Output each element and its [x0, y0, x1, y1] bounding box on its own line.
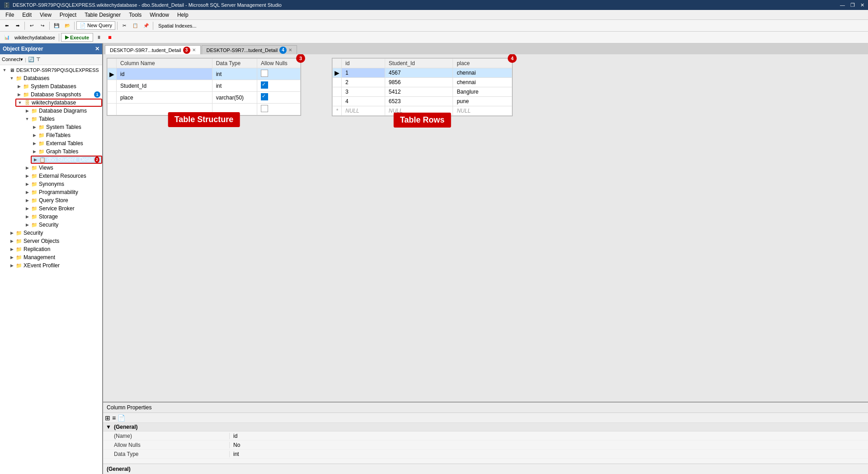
tab-1[interactable]: DESKTOP-S9R7...tudent_Detail 3 ✕ — [105, 45, 201, 54]
row4-id[interactable]: 4 — [342, 97, 385, 106]
null-checkbox-sid[interactable] — [261, 81, 268, 89]
oe-close-btn[interactable]: ✕ — [95, 46, 99, 52]
data-row-2[interactable]: 2 9856 chennai — [333, 78, 512, 87]
menu-table-designer[interactable]: Table Designer — [81, 11, 124, 19]
tab2-close-btn[interactable]: ✕ — [288, 47, 292, 52]
col-props-sort-alpha-btn[interactable]: ⊞ — [105, 414, 110, 422]
tree-student-detail[interactable]: ▶ 📋 dbo.Student_Detail 2 — [31, 156, 102, 164]
col-name-place[interactable]: place — [117, 92, 212, 104]
row3-sid[interactable]: 5412 — [385, 87, 453, 97]
tree-tables[interactable]: ▼ 📁 Tables — [0, 115, 102, 123]
tree-databases[interactable]: ▼ 📁 Databases — [0, 74, 102, 82]
general-section-header[interactable]: ▼ (General) — [103, 423, 868, 431]
tree-synonyms[interactable]: ▶ 📁 Synonyms — [0, 180, 102, 188]
tab1-close-btn[interactable]: ✕ — [192, 47, 196, 52]
oe-header: Object Explorer ✕ — [0, 43, 102, 54]
oe-connect-btn[interactable]: Connect▾ — [2, 57, 23, 62]
col-props-prop-pages-btn[interactable]: 📄 — [118, 414, 125, 422]
tree-xevent[interactable]: ▶ 📁 XEvent Profiler — [0, 261, 102, 270]
col-null-empty[interactable] — [257, 104, 301, 115]
tree-db-diagrams[interactable]: ▶ 📁 Database Diagrams — [0, 107, 102, 115]
struct-row-studentid[interactable]: Student_Id int — [108, 80, 301, 92]
tree-views[interactable]: ▶ 📁 Views — [0, 164, 102, 172]
tree-sys-tables[interactable]: ▶ 📁 System Tables — [0, 123, 102, 131]
row2-place[interactable]: chennai — [453, 78, 512, 87]
minimize-btn[interactable]: — — [840, 2, 845, 8]
menu-file[interactable]: File — [2, 11, 18, 19]
row3-place[interactable]: Banglure — [453, 87, 512, 97]
menu-view[interactable]: View — [36, 11, 55, 19]
col-null-sid[interactable] — [257, 80, 301, 92]
menu-tools[interactable]: Tools — [125, 11, 145, 19]
null-row-id[interactable]: NULL — [342, 106, 385, 116]
col-name-sid[interactable]: Student_Id — [117, 80, 212, 92]
tree-graph-tables[interactable]: ▶ 📁 Graph Tables — [0, 147, 102, 156]
tree-service-broker[interactable]: ▶ 📁 Service Broker — [0, 204, 102, 213]
forward-btn[interactable]: ➡ — [13, 21, 23, 31]
tree-file-tables[interactable]: ▶ 📁 FileTables — [0, 131, 102, 139]
redo-btn[interactable]: ↪ — [38, 21, 47, 31]
tree-management[interactable]: ▶ 📁 Management — [0, 253, 102, 261]
null-checkbox-id[interactable] — [261, 70, 268, 77]
row4-sid[interactable]: 6523 — [385, 97, 453, 106]
paste-btn[interactable]: 📌 — [141, 21, 151, 31]
close-btn[interactable]: ✕ — [860, 2, 864, 8]
spatial-idx[interactable]: Spatial Indexes... — [155, 21, 199, 31]
tree-replication[interactable]: ▶ 📁 Replication — [0, 245, 102, 253]
tree-system-databases[interactable]: ▶ 📁 System Databases — [0, 82, 102, 90]
data-row-1[interactable]: ▶ 1 4567 chennai — [333, 68, 512, 78]
row1-id[interactable]: 1 — [342, 68, 385, 78]
struct-row-id[interactable]: ▶ int — [108, 68, 301, 80]
execute-button[interactable]: ▶ Execute — [61, 33, 93, 42]
cut-btn[interactable]: ✂ — [119, 21, 129, 31]
struct-row-place[interactable]: place varchar(50) — [108, 92, 301, 104]
null-checkbox-empty[interactable] — [261, 105, 268, 112]
tree-wikitechy-wrapper: ▼ 🗄 wikitechydatabase — [0, 99, 102, 107]
tab-2[interactable]: DESKTOP-S9R7...tudent_Detail 4 ✕ — [202, 45, 297, 54]
tree-db-security[interactable]: ▶ 📁 Security — [0, 221, 102, 229]
debug-btn[interactable]: ⏸ — [94, 33, 104, 43]
row3-id[interactable]: 3 — [342, 87, 385, 97]
menu-window[interactable]: Window — [146, 11, 173, 19]
tree-external-tables[interactable]: ▶ 📁 External Tables — [0, 139, 102, 147]
col-name-input-id[interactable] — [120, 71, 208, 77]
tree-server-objects[interactable]: ▶ 📁 Server Objects — [0, 237, 102, 245]
db-select[interactable]: 📊 — [2, 33, 12, 43]
new-query-button[interactable]: 📄 New Query — [76, 21, 115, 30]
menu-edit[interactable]: Edit — [19, 11, 35, 19]
db-name[interactable]: wikitechydatabase — [13, 35, 57, 40]
tree-server[interactable]: ▼ 🖥 DESKTOP-S9R79PQ\SQLEXPRESS — [0, 66, 102, 74]
save-btn[interactable]: 💾 — [52, 21, 61, 31]
stop-btn[interactable]: ⏹ — [105, 33, 115, 43]
repl-icon: 📁 — [15, 246, 23, 252]
menu-help[interactable]: Help — [174, 11, 192, 19]
tree-ext-resources[interactable]: ▶ 📁 External Resources — [0, 172, 102, 180]
col-name-id[interactable] — [117, 68, 212, 80]
copy-btn[interactable]: 📋 — [130, 21, 140, 31]
null-row-place[interactable]: NULL — [453, 106, 512, 116]
data-row-3[interactable]: 3 5412 Banglure — [333, 87, 512, 97]
col-null-place[interactable] — [257, 92, 301, 104]
tree-wikitechy-db[interactable]: ▼ 🗄 wikitechydatabase — [15, 99, 102, 107]
col-null-id[interactable] — [257, 68, 301, 80]
tree-storage[interactable]: ▶ 📁 Storage — [0, 213, 102, 221]
tree-programmability[interactable]: ▶ 📁 Programmability — [0, 188, 102, 196]
back-btn[interactable]: ⬅ — [2, 21, 12, 31]
row2-sid[interactable]: 9856 — [385, 78, 453, 87]
oe-filter-btn[interactable]: ⊤ — [36, 57, 41, 62]
null-checkbox-place[interactable] — [261, 93, 268, 100]
data-row-4[interactable]: 4 6523 pune — [333, 97, 512, 106]
open-btn[interactable]: 📂 — [62, 21, 72, 31]
row2-id[interactable]: 2 — [342, 78, 385, 87]
tree-db-snapshots[interactable]: ▶ 📁 Database Snapshots 1 — [0, 90, 102, 99]
tree-top-security[interactable]: ▶ 📁 Security — [0, 229, 102, 237]
row4-place[interactable]: pune — [453, 97, 512, 106]
restore-btn[interactable]: ❐ — [850, 2, 855, 8]
row1-place[interactable]: chennai — [453, 68, 512, 78]
tree-query-store[interactable]: ▶ 📁 Query Store — [0, 196, 102, 204]
menu-project[interactable]: Project — [56, 11, 80, 19]
undo-btn[interactable]: ↩ — [27, 21, 37, 31]
oe-refresh-btn[interactable]: 🔄 — [28, 57, 34, 62]
col-props-sort-cat-btn[interactable]: ≡ — [112, 414, 116, 422]
row1-sid[interactable]: 4567 — [385, 68, 453, 78]
